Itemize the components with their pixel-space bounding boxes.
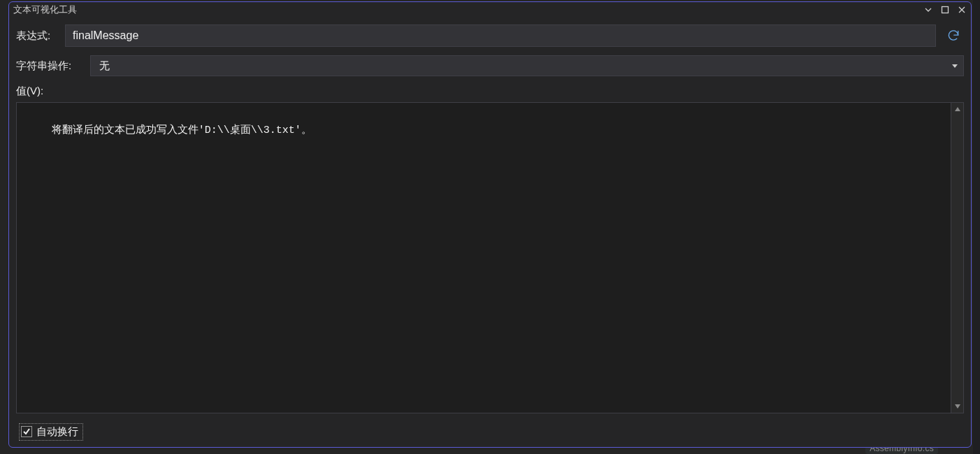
vertical-scrollbar[interactable] xyxy=(951,103,963,413)
titlebar-grip[interactable] xyxy=(82,6,916,13)
footer: 自动换行 xyxy=(16,422,964,441)
value-text-path: 'D:\\桌面\\3.txt' xyxy=(199,125,301,136)
string-ops-selected: 无 xyxy=(99,59,952,73)
close-button[interactable] xyxy=(956,3,968,16)
titlebar[interactable]: 文本可视化工具 xyxy=(9,2,971,17)
maximize-button[interactable] xyxy=(939,3,951,16)
value-text-prefix: 将翻译后的文本已成功写入文件 xyxy=(52,123,199,135)
expression-row: 表达式: xyxy=(16,24,964,47)
expression-input[interactable] xyxy=(65,24,936,47)
value-output[interactable]: 将翻译后的文本已成功写入文件'D:\\桌面\\3.txt'。 xyxy=(17,103,951,413)
value-label: 值(V): xyxy=(16,85,964,98)
wrap-label: 自动换行 xyxy=(36,425,78,439)
expression-label: 表达式: xyxy=(16,29,58,43)
value-output-container: 将翻译后的文本已成功写入文件'D:\\桌面\\3.txt'。 xyxy=(16,102,964,413)
checkbox-box xyxy=(21,426,32,437)
window-dropdown-button[interactable] xyxy=(922,3,935,16)
string-ops-row: 字符串操作: 无 xyxy=(16,55,964,76)
ide-right-edge xyxy=(973,0,980,454)
refresh-button[interactable] xyxy=(943,25,964,46)
value-text-suffix: 。 xyxy=(301,123,312,135)
window-title: 文本可视化工具 xyxy=(13,3,77,16)
string-ops-select[interactable]: 无 xyxy=(90,55,964,76)
chevron-down-icon xyxy=(952,64,958,68)
wrap-checkbox[interactable]: 自动换行 xyxy=(19,423,83,441)
string-ops-label: 字符串操作: xyxy=(16,59,83,73)
text-visualizer-window: 文本可视化工具 表达式: 字符串操作: xyxy=(8,1,972,448)
check-icon xyxy=(22,427,31,436)
scroll-up-icon[interactable] xyxy=(951,103,964,115)
scroll-down-icon[interactable] xyxy=(951,400,964,413)
svg-rect-0 xyxy=(942,7,949,13)
